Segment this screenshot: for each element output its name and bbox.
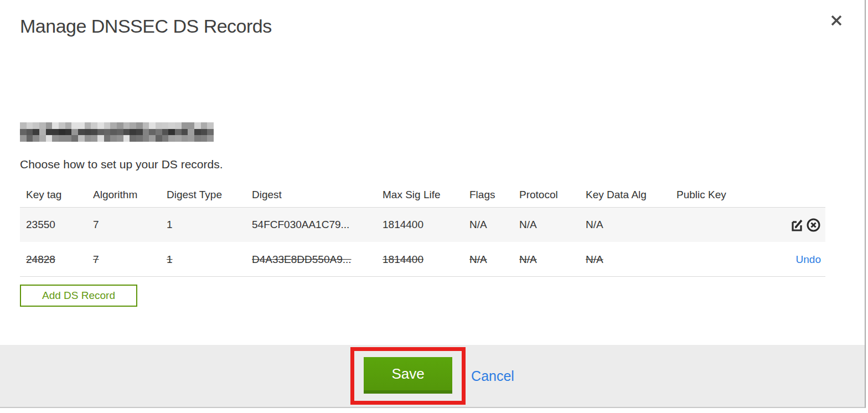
- row-actions: Undo: [768, 254, 821, 266]
- col-header-public-key: Public Key: [676, 189, 768, 201]
- cell-flags: N/A: [469, 219, 519, 231]
- cancel-link[interactable]: Cancel: [471, 368, 514, 384]
- col-header-key-data-alg: Key Data Alg: [586, 189, 676, 201]
- annotation-red-box: Save: [350, 347, 466, 405]
- cell-algorithm: 7: [93, 254, 167, 266]
- edit-icon[interactable]: [790, 218, 805, 233]
- col-header-protocol: Protocol: [519, 189, 586, 201]
- cell-digest: D4A33E8DD550A9...: [252, 254, 383, 266]
- table-header-row: Key tag Algorithm Digest Type Digest Max…: [20, 183, 825, 207]
- ds-records-table: Key tag Algorithm Digest Type Digest Max…: [20, 183, 825, 277]
- cell-key-data-alg: N/A: [586, 219, 676, 231]
- table-row-deleted: 24828 7 1 D4A33E8DD550A9... 1814400 N/A …: [20, 242, 825, 277]
- save-button[interactable]: Save: [364, 357, 452, 394]
- cell-protocol: N/A: [519, 219, 586, 231]
- dnssec-modal: Manage DNSSEC DS Records Choose how to s…: [0, 0, 866, 408]
- cell-digest-type: 1: [167, 219, 252, 231]
- col-header-key-tag: Key tag: [26, 189, 93, 201]
- col-header-digest-type: Digest Type: [167, 189, 252, 201]
- cell-key-tag: 24828: [26, 254, 93, 266]
- table-row: 23550 7 1 54FCF030AA1C79... 1814400 N/A …: [20, 207, 825, 242]
- instruction-text: Choose how to set up your DS records.: [20, 158, 223, 171]
- undo-link[interactable]: Undo: [796, 254, 821, 266]
- cell-max-sig-life: 1814400: [383, 254, 469, 266]
- cell-flags: N/A: [469, 254, 519, 266]
- col-header-algorithm: Algorithm: [93, 189, 167, 201]
- close-icon[interactable]: [827, 11, 846, 30]
- remove-icon[interactable]: [806, 218, 821, 233]
- cell-digest: 54FCF030AA1C79...: [252, 219, 383, 231]
- cell-protocol: N/A: [519, 254, 586, 266]
- cell-key-data-alg: N/A: [586, 254, 676, 266]
- add-ds-record-button[interactable]: Add DS Record: [20, 285, 137, 307]
- cell-max-sig-life: 1814400: [383, 219, 469, 231]
- row-actions: [768, 218, 821, 233]
- cell-digest-type: 1: [167, 254, 252, 266]
- col-header-digest: Digest: [252, 189, 383, 201]
- col-header-flags: Flags: [469, 189, 519, 201]
- page-title: Manage DNSSEC DS Records: [20, 16, 272, 37]
- footer-bar: Save Cancel: [0, 345, 865, 407]
- redacted-domain-name: [20, 122, 214, 142]
- cell-key-tag: 23550: [26, 219, 93, 231]
- col-header-max-sig-life: Max Sig Life: [383, 189, 469, 201]
- cell-algorithm: 7: [93, 219, 167, 231]
